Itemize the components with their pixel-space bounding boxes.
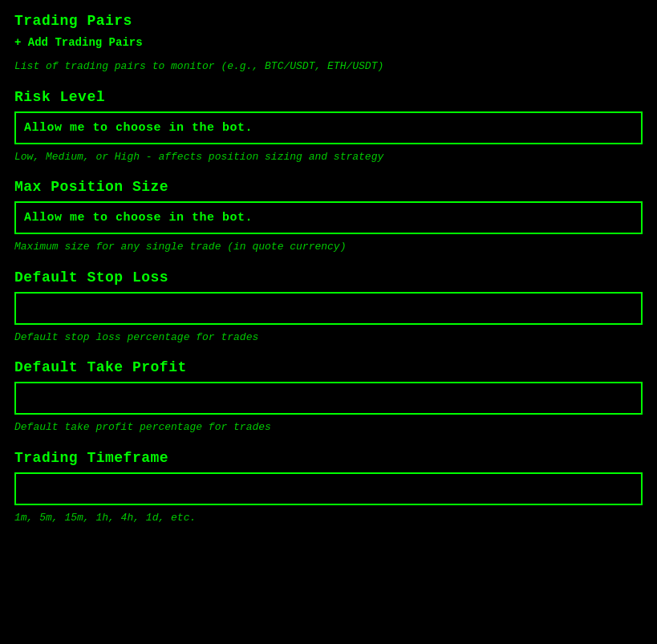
default-stop-loss-input[interactable] — [14, 292, 643, 325]
default-take-profit-section: Default Take Profit Default take profit … — [14, 359, 643, 435]
risk-level-input[interactable] — [14, 111, 643, 144]
max-position-size-input[interactable] — [14, 201, 643, 234]
add-trading-pairs-link[interactable]: + Add Trading Pairs — [14, 36, 143, 49]
max-position-size-section: Max Position Size Maximum size for any s… — [14, 179, 643, 255]
risk-level-section: Risk Level Low, Medium, or High - affect… — [14, 89, 643, 165]
max-position-size-title: Max Position Size — [14, 179, 643, 195]
trading-pairs-title: Trading Pairs — [14, 13, 643, 29]
trading-pairs-helper: List of trading pairs to monitor (e.g., … — [14, 59, 643, 75]
risk-level-title: Risk Level — [14, 89, 643, 105]
default-take-profit-input[interactable] — [14, 382, 643, 415]
default-take-profit-title: Default Take Profit — [14, 359, 643, 375]
default-stop-loss-section: Default Stop Loss Default stop loss perc… — [14, 269, 643, 346]
default-stop-loss-title: Default Stop Loss — [14, 269, 643, 286]
trading-timeframe-title: Trading Timeframe — [14, 450, 643, 466]
trading-timeframe-section: Trading Timeframe 1m, 5m, 15m, 1h, 4h, 1… — [14, 450, 643, 526]
trading-timeframe-helper: 1m, 5m, 15m, 1h, 4h, 1d, etc. — [14, 510, 643, 526]
trading-timeframe-input[interactable] — [14, 472, 643, 505]
trading-pairs-section: Trading Pairs + Add Trading Pairs List o… — [14, 13, 643, 75]
default-stop-loss-helper: Default stop loss percentage for trades — [14, 330, 643, 346]
risk-level-helper: Low, Medium, or High - affects position … — [14, 149, 643, 165]
default-take-profit-helper: Default take profit percentage for trade… — [14, 419, 643, 435]
max-position-size-helper: Maximum size for any single trade (in qu… — [14, 239, 643, 255]
